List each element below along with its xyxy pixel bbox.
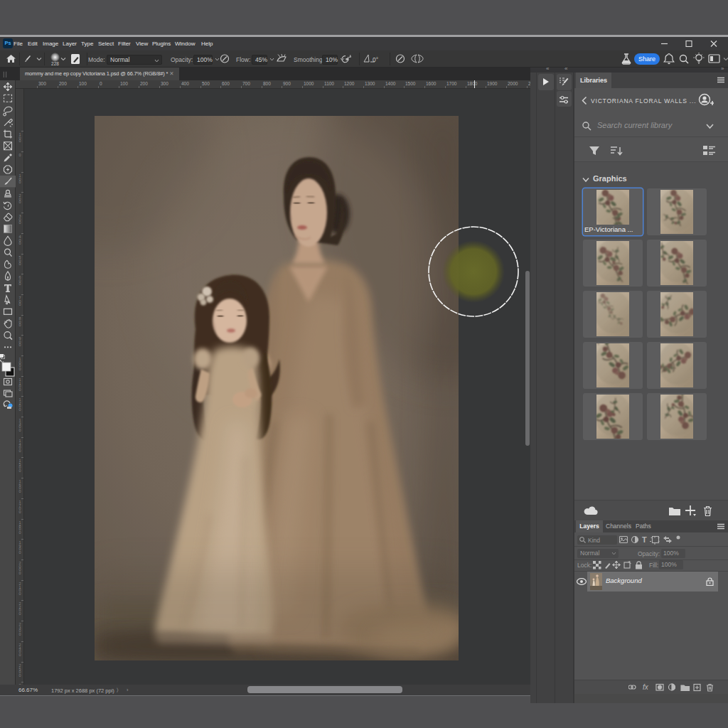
svg-text:fx: fx (643, 683, 649, 691)
svg-text:T: T (642, 535, 647, 544)
